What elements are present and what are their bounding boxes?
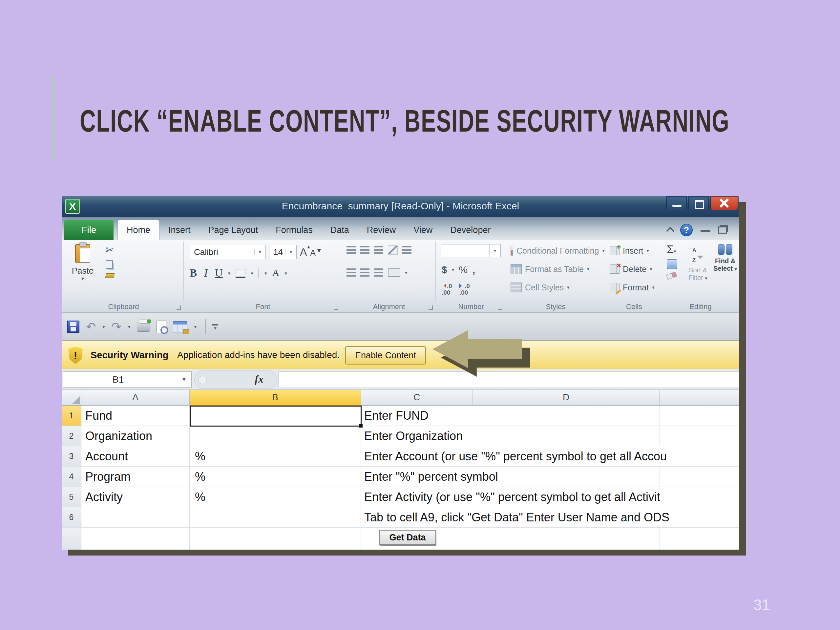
decrease-decimal-button[interactable]: .0 .00 — [459, 283, 470, 296]
column-header-e[interactable] — [660, 390, 739, 406]
font-color-button[interactable]: A — [272, 268, 279, 278]
print-preview-icon[interactable] — [156, 321, 166, 333]
dialog-launcher-icon[interactable] — [177, 305, 181, 310]
tab-developer[interactable]: Developer — [441, 220, 499, 240]
wrap-text-icon[interactable] — [402, 246, 412, 254]
tab-file[interactable]: File — [64, 220, 114, 240]
row-header-5[interactable]: 5 — [62, 487, 81, 507]
comma-style-button[interactable]: , — [472, 263, 475, 276]
close-button[interactable] — [711, 196, 738, 210]
font-size-combo[interactable]: 14 ▾ — [269, 245, 297, 259]
sort-filter-button[interactable]: AZ Sort &Filter ▾ — [684, 244, 712, 281]
help-icon[interactable]: ? — [680, 224, 693, 236]
save-icon[interactable] — [67, 321, 79, 333]
orientation-icon[interactable] — [388, 245, 398, 255]
dropdown-icon[interactable]: ▾ — [405, 270, 407, 276]
clear-eraser-icon[interactable] — [666, 272, 677, 279]
dropdown-icon[interactable]: ▾ — [254, 249, 265, 255]
dropdown-icon[interactable]: ▾ — [228, 270, 231, 276]
table-tool-icon[interactable] — [173, 321, 187, 332]
dropdown-icon[interactable]: ▾ — [128, 324, 131, 330]
align-right-icon[interactable] — [374, 268, 383, 277]
tab-view[interactable]: View — [404, 220, 441, 240]
tab-home[interactable]: Home — [117, 220, 159, 240]
row-header-6[interactable]: 6 — [62, 507, 81, 527]
autosum-button[interactable]: Σ▾ — [667, 243, 676, 255]
number-format-combo[interactable]: ▾ — [441, 244, 501, 257]
column-header-c[interactable]: C — [361, 390, 473, 406]
accounting-format-button[interactable]: $ — [442, 264, 447, 275]
dropdown-icon[interactable]: ▾ — [194, 324, 197, 330]
delete-cells-button[interactable]: Delete ▾ — [606, 260, 662, 278]
cell-c3[interactable]: Enter Account (or use "%" percent symbol… — [361, 446, 739, 466]
tab-page-layout[interactable]: Page Layout — [199, 220, 267, 240]
insert-function-icon[interactable]: fx — [255, 373, 264, 385]
underline-button[interactable]: U — [215, 267, 223, 279]
dropdown-icon[interactable]: ▾ — [103, 324, 105, 330]
tab-data[interactable]: Data — [322, 220, 358, 240]
cell-a4[interactable]: Program — [81, 467, 189, 486]
formula-input[interactable] — [278, 371, 739, 387]
dialog-launcher-icon[interactable] — [428, 305, 433, 310]
enable-content-button[interactable]: Enable Content — [345, 346, 426, 365]
cell-b3[interactable]: % — [189, 446, 361, 466]
merge-center-icon[interactable] — [388, 268, 400, 277]
get-data-button[interactable]: Get Data — [379, 530, 436, 545]
italic-button[interactable]: I — [202, 267, 210, 279]
tab-formulas[interactable]: Formulas — [267, 220, 322, 240]
align-middle-icon[interactable] — [360, 246, 369, 254]
align-left-icon[interactable] — [346, 268, 356, 277]
paste-button[interactable]: Paste ▾ — [66, 243, 99, 292]
name-box[interactable]: B1 ▼ — [63, 371, 192, 387]
workbook-minimize-icon[interactable] — [701, 229, 711, 232]
bold-button[interactable]: B — [189, 267, 197, 279]
redo-icon[interactable]: ↷ — [112, 321, 122, 333]
dialog-launcher-icon[interactable] — [498, 305, 502, 310]
undo-icon[interactable]: ↶ — [86, 321, 96, 333]
cell-b6[interactable] — [189, 507, 361, 527]
shrink-font-button[interactable]: A▼ — [310, 246, 322, 257]
cut-icon[interactable]: ✂ — [106, 244, 114, 256]
dropdown-icon[interactable]: ▾ — [81, 276, 84, 281]
fill-down-icon[interactable]: ↓ — [667, 259, 677, 269]
format-cells-button[interactable]: Format ▾ — [606, 278, 662, 297]
cell-b2[interactable] — [189, 426, 361, 446]
row-header-7[interactable] — [62, 527, 81, 549]
column-header-d[interactable]: D — [473, 390, 660, 406]
cell-a6[interactable] — [81, 507, 189, 527]
tab-insert[interactable]: Insert — [159, 220, 199, 240]
row-header-2[interactable]: 2 — [62, 426, 81, 446]
minimize-button[interactable] — [666, 196, 687, 210]
row-header-1[interactable]: 1 — [62, 406, 81, 426]
workbook-restore-icon[interactable] — [718, 226, 727, 234]
dropdown-icon[interactable]: ▾ — [264, 270, 267, 276]
cell-c2[interactable]: Enter Organization — [361, 426, 739, 446]
column-header-b[interactable]: B — [189, 390, 361, 406]
font-name-combo[interactable]: Calibri ▾ — [189, 245, 266, 259]
maximize-button[interactable] — [688, 196, 709, 210]
dropdown-icon[interactable]: ▾ — [285, 249, 296, 255]
align-center-icon[interactable] — [360, 268, 369, 277]
cell-c4[interactable]: Enter "%" percent symbol — [361, 467, 739, 486]
cell-b5[interactable]: % — [189, 487, 361, 507]
percent-style-button[interactable]: % — [459, 264, 467, 275]
fill-color-button[interactable] — [259, 268, 259, 278]
collapse-ribbon-icon[interactable] — [666, 227, 674, 235]
copy-icon[interactable] — [106, 260, 113, 269]
borders-icon[interactable] — [235, 269, 245, 278]
row-header-4[interactable]: 4 — [62, 467, 81, 486]
grow-font-button[interactable]: A▲ — [300, 246, 307, 258]
customize-toolbar-icon[interactable]: ▾ — [212, 324, 218, 330]
column-header-a[interactable]: A — [81, 390, 189, 406]
cell-c1[interactable]: Enter FUND — [361, 406, 739, 426]
dropdown-icon[interactable]: ▾ — [452, 267, 455, 273]
cell-b4[interactable]: % — [189, 467, 361, 486]
find-select-button[interactable]: Find &Select ▾ — [713, 244, 737, 272]
cell-c5[interactable]: Enter Activity (or use "%" percent symbo… — [361, 487, 739, 507]
name-box-dropdown-icon[interactable]: ▼ — [177, 376, 191, 383]
conditional-formatting-button[interactable]: Conditional Formatting ▾ — [507, 242, 605, 260]
format-painter-icon[interactable] — [105, 273, 115, 278]
cell-a1[interactable]: Fund — [81, 406, 189, 426]
quick-print-icon[interactable] — [137, 322, 150, 332]
cell-a3[interactable]: Account — [81, 446, 189, 466]
